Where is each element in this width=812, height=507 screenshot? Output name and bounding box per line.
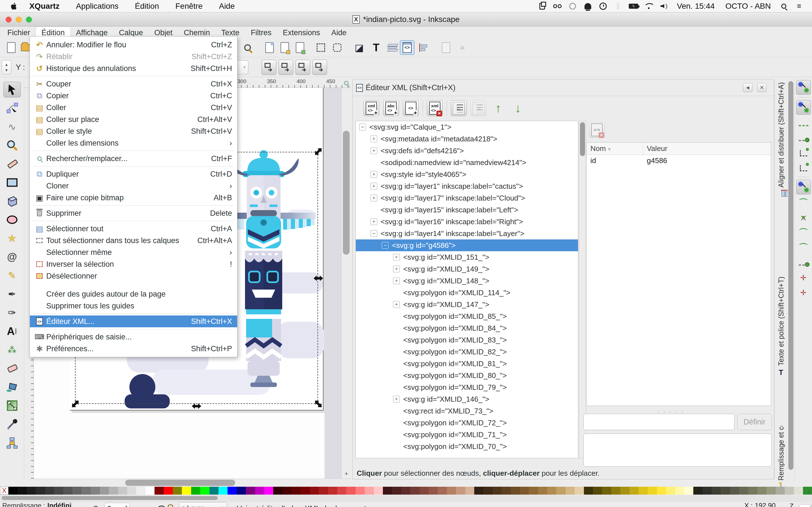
new-element-node-button[interactable]: xml<>+ (363, 100, 379, 116)
xml-node-tree[interactable]: −<svg:svg id="Calque_1">+<svg:metadata i… (356, 121, 578, 458)
xml-tree-node[interactable]: <svg:polygon id="XMLID_72_"> (356, 417, 578, 429)
node-expand-toggle[interactable]: + (393, 301, 400, 308)
palette-swatch[interactable] (547, 487, 556, 495)
zoom-window-button[interactable] (26, 17, 32, 22)
palette-swatch[interactable] (209, 487, 218, 495)
xml-tree-node[interactable]: <svg:polygon id="XMLID_114_"> (356, 287, 578, 298)
xml-tree-node[interactable]: +<svg:g id="layer1" inkscape:label="cact… (356, 180, 578, 192)
delete-attribute-button[interactable]: a=b✕ (589, 122, 605, 138)
command-export-unlocked[interactable] (293, 40, 307, 55)
xml-tree-node[interactable]: +<svg:style id="style4065"> (356, 168, 578, 180)
palette-swatch[interactable] (566, 487, 574, 495)
indent-node-button[interactable]: → (470, 100, 486, 116)
menu-item-dupliquer[interactable]: ⧉DupliquerCtrl+D (30, 168, 237, 180)
menu-item-périphériques-de-saisie[interactable]: ⌨Périphériques de saisie... (30, 331, 237, 343)
command-inkscape-preferences[interactable]: × (455, 40, 470, 55)
palette-swatch[interactable] (620, 487, 629, 495)
ellipse-tool[interactable] (3, 212, 21, 228)
xml-tree-node[interactable]: <svg:rect id="XMLID_73_"> (356, 405, 578, 417)
menu-item-tout-sélectionner-dans-tous-les-calques[interactable]: Tout sélectionner dans tous les calquesC… (30, 235, 237, 246)
palette-swatch[interactable] (483, 487, 492, 495)
node-collapse-toggle[interactable]: − (370, 230, 377, 237)
palette-swatch[interactable] (100, 487, 109, 495)
palette-swatch[interactable] (173, 487, 182, 495)
menu-item-supprimer[interactable]: SupprimerDelete (30, 207, 237, 219)
node-expand-toggle[interactable]: + (370, 171, 377, 178)
paste-pages-icon[interactable] (536, 1, 548, 11)
palette-swatch[interactable] (730, 487, 739, 495)
menu-bar-account[interactable]: OCTO - ABN (721, 2, 775, 11)
palette-swatch[interactable] (438, 487, 447, 495)
palette-swatch[interactable] (757, 487, 766, 495)
palette-swatch[interactable] (511, 487, 520, 495)
spiral-tool[interactable]: @ (3, 249, 21, 265)
palette-swatch[interactable] (611, 487, 620, 495)
palette-swatch[interactable] (17, 487, 27, 495)
xml-tree-node[interactable]: <sodipodi:namedview id="namedview4214"> (356, 157, 578, 168)
command-document-properties[interactable] (439, 40, 453, 55)
unindent-node-button[interactable]: ← (451, 100, 467, 116)
macos-menu-fenetre[interactable]: Fenêtre (168, 2, 210, 11)
x-coordinate-spinner[interactable]: ▲▼ (2, 60, 11, 74)
menu-bar-clock[interactable]: Ven. 15:44 (673, 2, 719, 11)
palette-swatch[interactable] (703, 487, 712, 495)
palette-swatch[interactable] (465, 487, 474, 495)
menu-item-créer-des-guides-autour-de-la-page[interactable]: Créer des guides autour de la page (30, 288, 237, 300)
layer-visibility-icon[interactable] (158, 506, 165, 507)
snap-bbox-corners-button[interactable] (796, 132, 811, 145)
menu-item-cloner[interactable]: Cloner› (30, 180, 237, 192)
canvas-vertical-scrollbar[interactable] (341, 88, 351, 469)
command-import-image[interactable] (262, 40, 277, 55)
ruler-zoom-icon[interactable] (342, 79, 351, 87)
menu-item-annuler-modifier-le-flou[interactable]: ↶Annuler: Modifier le flouCtrl+Z (30, 39, 237, 51)
palette-swatch[interactable] (36, 487, 45, 495)
tree-scrollbar-thumb[interactable] (580, 122, 585, 156)
xml-tree-node[interactable]: <svg:polygon id="XMLID_70_"> (356, 441, 578, 452)
glasses-icon[interactable] (551, 1, 564, 11)
snap-path-intersections-button[interactable]: ✕ (796, 212, 811, 224)
palette-swatch[interactable] (127, 487, 136, 495)
node-expand-toggle[interactable]: + (370, 135, 377, 142)
palette-swatch[interactable] (164, 487, 173, 495)
xml-tree-node[interactable]: <svg:polygon id="XMLID_79_"> (356, 381, 578, 393)
palette-swatch[interactable] (657, 487, 666, 495)
menu-item-supprimer-tous-les-guides[interactable]: Supprimer tous les guides (30, 300, 237, 312)
dock-panel-button[interactable]: ◄ (743, 83, 753, 92)
text-tool[interactable]: AI (3, 323, 21, 339)
menubar-item-aide[interactable]: Aide (326, 27, 352, 39)
palette-swatch[interactable] (82, 487, 91, 495)
menubar-item-extensions[interactable]: Extensions (277, 27, 326, 39)
palette-swatch[interactable] (154, 487, 163, 495)
xml-tree-node[interactable]: <svg:g id="layer15" inkscape:label="Left… (356, 204, 578, 216)
palette-swatch[interactable] (675, 487, 684, 495)
measure-tool[interactable] (3, 156, 21, 172)
snap-cusp-nodes-button[interactable]: ⌒ (796, 227, 811, 239)
palette-swatch[interactable] (456, 487, 465, 495)
current-layer-name[interactable]: Layer (187, 504, 204, 507)
palette-swatch[interactable] (200, 487, 209, 495)
box3d-tool[interactable] (3, 193, 21, 209)
command-align-distribute-dialog[interactable] (416, 40, 431, 55)
command-zoom-drawing[interactable] (240, 40, 255, 55)
snap-bounding-box-button[interactable] (796, 100, 811, 115)
attr-value-column[interactable]: Valeur (643, 143, 671, 155)
gradient-tool[interactable] (3, 398, 21, 413)
xml-tree-node[interactable]: +<svg:g id="layer16" inkscape:label="Rig… (356, 216, 578, 228)
xml-tree-scrollbar[interactable] (579, 121, 586, 458)
node-expand-toggle[interactable]: + (393, 277, 400, 284)
command-layers-dialog[interactable] (385, 40, 400, 55)
xml-tree-node[interactable]: +<svg:g id="layer17" inkscape:label="Clo… (356, 192, 578, 204)
xml-tree-node[interactable]: <svg:polygon id="XMLID_82_"> (356, 346, 578, 358)
node-tool[interactable] (3, 100, 21, 116)
menu-list-icon[interactable]: ≡ (793, 1, 805, 11)
zoom-tool[interactable] (3, 137, 21, 153)
window-title-bar[interactable]: X *indian-picto.svg - Inkscape (0, 12, 812, 26)
snap-object-centers-button[interactable]: ✛ (796, 272, 811, 284)
close-panel-button[interactable]: ✕ (757, 83, 767, 92)
pencil-tool[interactable]: ✎ (3, 268, 21, 283)
layer-selector[interactable]: Layer ˅ (179, 502, 227, 507)
battery-charging-icon[interactable]: ϟ (627, 1, 640, 11)
snap-midpoints-button[interactable] (796, 257, 811, 269)
palette-swatch[interactable] (712, 487, 721, 495)
node-expand-toggle[interactable]: + (370, 183, 377, 189)
